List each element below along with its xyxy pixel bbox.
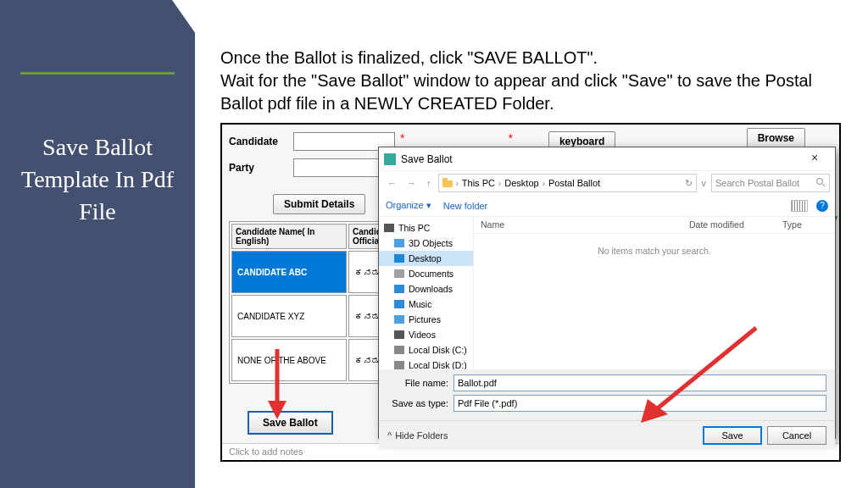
- folder-icon: [394, 269, 404, 278]
- breadcrumb-part[interactable]: Desktop: [504, 178, 538, 188]
- svg-rect-14: [394, 361, 404, 369]
- column-date[interactable]: Date modified: [682, 217, 776, 233]
- slide-sidebar: Save Ballot Template In Pdf File: [0, 0, 195, 488]
- content-area: Once the Ballot is finalized, click "SAV…: [220, 47, 848, 125]
- nav-item[interactable]: Documents: [379, 266, 473, 281]
- folder-icon: [394, 315, 404, 324]
- svg-rect-5: [384, 224, 394, 232]
- screenshot-frame: Candidate * * keyboard Browse Party Subm…: [220, 123, 841, 462]
- chevron-right-icon: ›: [498, 179, 501, 188]
- sidebar-title: Save Ballot Template In Pdf File: [8, 131, 186, 227]
- file-name-label: File name:: [387, 378, 453, 388]
- organize-menu[interactable]: Organize ▾: [386, 200, 431, 211]
- submit-details-button[interactable]: Submit Details: [273, 194, 365, 214]
- folder-icon: [394, 285, 404, 293]
- empty-message: No items match your search.: [474, 246, 835, 256]
- sidebar-divider: [20, 72, 175, 75]
- help-icon[interactable]: ?: [816, 200, 828, 212]
- nav-item[interactable]: Local Disk (C:): [379, 342, 473, 358]
- back-icon[interactable]: ←: [384, 178, 400, 188]
- svg-rect-13: [394, 346, 404, 354]
- file-list-pane: Name Date modified Type No items match y…: [474, 217, 835, 369]
- chevron-up-icon: ^: [387, 430, 392, 441]
- svg-rect-1: [442, 180, 453, 187]
- search-icon: [815, 177, 826, 187]
- up-icon[interactable]: ↑: [423, 178, 435, 188]
- required-star: *: [508, 131, 512, 145]
- search-input[interactable]: Search Postal Ballot: [711, 174, 830, 192]
- save-ballot-button[interactable]: Save Ballot: [248, 411, 333, 435]
- nav-item[interactable]: Local Disk (D:): [379, 358, 473, 369]
- dialog-fields: File name: Ballot.pdf Save as type: Pdf …: [379, 369, 835, 420]
- folder-icon: [394, 361, 404, 369]
- party-label: Party: [229, 162, 288, 174]
- new-folder-button[interactable]: New folder: [443, 201, 488, 211]
- folder-icon: [442, 178, 453, 188]
- svg-rect-2: [442, 178, 448, 181]
- dialog-footer: ^ Hide Folders Save Cancel: [379, 420, 835, 449]
- folder-icon: [394, 330, 404, 339]
- nav-item[interactable]: Music: [379, 297, 473, 312]
- app-icon: [384, 153, 396, 165]
- nav-item[interactable]: 3D Objects: [379, 236, 473, 251]
- breadcrumb-part[interactable]: This PC: [462, 178, 495, 188]
- browse-button[interactable]: Browse: [747, 128, 805, 148]
- notch-decoration: [172, 0, 196, 34]
- column-type[interactable]: Type: [776, 217, 835, 233]
- nav-item[interactable]: Pictures: [379, 312, 473, 327]
- file-name-input[interactable]: Ballot.pdf: [453, 374, 826, 391]
- nav-item[interactable]: Videos: [379, 327, 473, 342]
- address-bar[interactable]: › This PC › Desktop › Postal Ballot ↻: [438, 174, 697, 192]
- chevron-right-icon: ›: [456, 179, 459, 188]
- svg-rect-6: [394, 239, 404, 247]
- dialog-nav: ← → ↑ › This PC › Desktop › Postal Ballo…: [379, 171, 835, 195]
- svg-rect-8: [394, 269, 404, 278]
- breadcrumb-part[interactable]: Postal Ballot: [548, 178, 600, 188]
- nav-item[interactable]: Desktop: [379, 251, 473, 266]
- nav-item[interactable]: This PC: [379, 220, 473, 236]
- dialog-title: Save Ballot: [401, 153, 799, 165]
- folder-icon: [394, 300, 404, 308]
- required-star: *: [400, 131, 404, 145]
- column-name[interactable]: Name: [474, 217, 682, 233]
- candidate-label: Candidate: [229, 136, 288, 147]
- close-icon[interactable]: ×: [799, 151, 830, 168]
- dialog-titlebar: Save Ballot ×: [379, 147, 835, 171]
- refresh-icon[interactable]: ↻: [685, 178, 693, 189]
- dialog-toolbar: Organize ▾ New folder ?: [379, 195, 835, 217]
- cancel-button[interactable]: Cancel: [767, 426, 826, 445]
- svg-point-3: [817, 179, 823, 185]
- save-button[interactable]: Save: [703, 426, 762, 445]
- folder-icon: [394, 254, 404, 263]
- nav-item[interactable]: Downloads: [379, 281, 473, 297]
- folder-icon: [384, 224, 394, 232]
- hide-folders-toggle[interactable]: ^ Hide Folders: [387, 430, 448, 441]
- save-type-select[interactable]: Pdf File (*.pdf): [453, 395, 826, 412]
- svg-rect-11: [394, 315, 404, 324]
- table-header: Candidate Name( In English): [231, 224, 347, 249]
- folder-icon: [394, 346, 404, 354]
- svg-rect-9: [394, 285, 404, 293]
- svg-rect-12: [394, 330, 404, 339]
- svg-line-4: [822, 184, 825, 186]
- save-dialog: Save Ballot × ← → ↑ › This PC › Desktop …: [378, 147, 836, 439]
- dialog-body: This PC3D ObjectsDesktopDocumentsDownloa…: [379, 217, 835, 369]
- save-type-label: Save as type:: [387, 398, 453, 408]
- svg-rect-10: [394, 300, 404, 308]
- nav-pane: This PC3D ObjectsDesktopDocumentsDownloa…: [379, 217, 474, 369]
- forward-icon[interactable]: →: [403, 178, 420, 188]
- view-icon[interactable]: [791, 200, 808, 212]
- svg-rect-0: [384, 153, 396, 165]
- chevron-right-icon: ›: [542, 179, 545, 188]
- folder-icon: [394, 239, 404, 247]
- svg-rect-7: [394, 254, 404, 263]
- instruction-text: Once the Ballot is finalized, click "SAV…: [220, 47, 831, 115]
